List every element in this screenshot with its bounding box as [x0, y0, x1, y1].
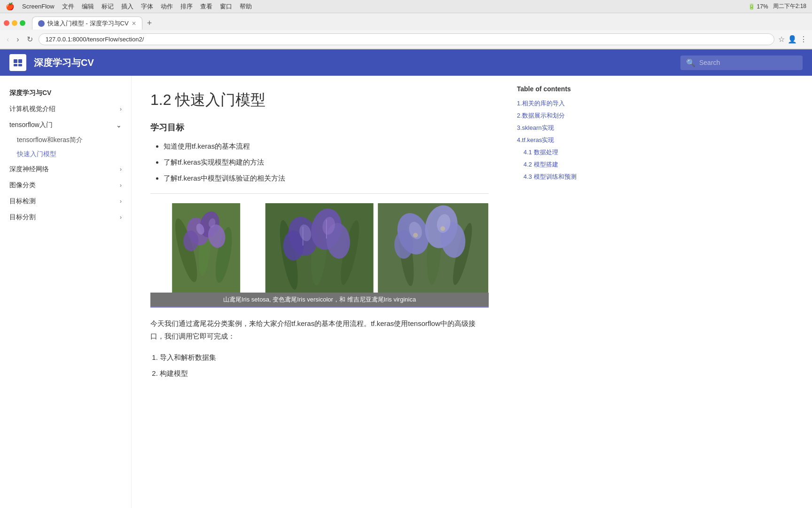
- address-bar[interactable]: [39, 33, 774, 45]
- search-box[interactable]: 🔍: [680, 56, 803, 70]
- sidebar-item-quickstart[interactable]: 快速入门模型: [0, 147, 131, 161]
- tab-title: 快速入门模型 - 深度学习与CV: [47, 19, 129, 28]
- iris-image-container: 山鸢尾Iris setosa, 变色鸢尾Iris versicolor，和 维吉…: [150, 203, 489, 308]
- mac-bar-right: 🔋 17% 周二下午2:18: [748, 2, 806, 10]
- svg-rect-3: [18, 64, 22, 66]
- menu-file[interactable]: 文件: [62, 2, 74, 11]
- toc-item-3[interactable]: 3.sklearn实现: [517, 124, 592, 132]
- content-divider: [150, 193, 489, 194]
- bullet-item-3: 了解tf.keras中模型训练验证的相关方法: [164, 173, 489, 184]
- search-input[interactable]: [699, 59, 797, 66]
- image-caption: 山鸢尾Iris setosa, 变色鸢尾Iris versicolor，和 维吉…: [150, 293, 489, 308]
- browser-nav-bar: ‹ › ↻ ☆ 👤 ⋮: [0, 30, 812, 49]
- sidebar-seg-label: 目标分割: [9, 213, 36, 222]
- sidebar-item-image-class[interactable]: 图像分类 ›: [0, 177, 131, 193]
- sidebar-detect-label: 目标检测: [9, 197, 36, 206]
- sidebar-keras-label: tensorflow和keras简介: [17, 136, 83, 143]
- maximize-window-btn[interactable]: [20, 20, 25, 26]
- mac-os-bar: 🍎 ScreenFlow 文件 编辑 标记 插入 字体 动作 排序 查看 窗口 …: [0, 0, 812, 13]
- minimize-window-btn[interactable]: [12, 20, 17, 26]
- step-item-2: 构建模型: [160, 368, 489, 379]
- iris-image-section: 山鸢尾Iris setosa, 变色鸢尾Iris versicolor，和 维吉…: [150, 203, 489, 308]
- browser-chrome: 快速入门模型 - 深度学习与CV ✕ + ‹ › ↻ ☆ 👤 ⋮: [0, 13, 812, 49]
- main-layout: 深度学习与CV 计算机视觉介绍 › tensorflow入门 ⌄ tensorf…: [0, 76, 812, 508]
- menu-edit[interactable]: 编辑: [82, 2, 94, 11]
- close-window-btn[interactable]: [4, 20, 9, 26]
- reload-button[interactable]: ↻: [25, 34, 35, 45]
- page-title: 1.2 快速入门模型: [150, 90, 489, 111]
- search-icon: 🔍: [686, 58, 695, 67]
- tab-bar: 快速入门模型 - 深度学习与CV ✕ +: [0, 13, 812, 30]
- main-content: 1.2 快速入门模型 学习目标 知道使用tf.keras的基本流程 了解tf.k…: [132, 76, 508, 508]
- sidebar-image-label: 图像分类: [9, 181, 36, 190]
- logo-icon: [13, 57, 23, 68]
- toc-item-4[interactable]: 4.tf.keras实现: [517, 136, 592, 144]
- tab-close-button[interactable]: ✕: [132, 20, 136, 27]
- sidebar-quickstart-label: 快速入门模型: [17, 150, 56, 158]
- svg-rect-0: [14, 59, 17, 63]
- mac-bar-left: 🍎 ScreenFlow 文件 编辑 标记 插入 字体 动作 排序 查看 窗口 …: [6, 2, 252, 11]
- menu-action[interactable]: 动作: [161, 2, 173, 11]
- bullet-item-1: 知道使用tf.keras的基本流程: [164, 141, 489, 152]
- table-of-contents: Table of contents 1.相关的库的导入 2.数据展示和划分 3.…: [508, 76, 601, 508]
- sidebar-item-object-detect[interactable]: 目标检测 ›: [0, 193, 131, 209]
- chevron-right-icon-3: ›: [120, 182, 122, 189]
- sidebar-item-tensorflow[interactable]: tensorflow入门 ⌄: [0, 117, 131, 133]
- svg-point-33: [394, 230, 413, 259]
- window-controls: [4, 20, 25, 26]
- sidebar-deep-nn-label: 深度神经网络: [9, 165, 49, 174]
- iris-virginica-image: [377, 203, 489, 293]
- sidebar-root-label: 深度学习与CV: [9, 89, 51, 97]
- sidebar-item-keras-intro[interactable]: tensorflow和keras简介: [0, 133, 131, 147]
- sidebar-item-deep-nn[interactable]: 深度神经网络 ›: [0, 161, 131, 177]
- sidebar: 深度学习与CV 计算机视觉介绍 › tensorflow入门 ⌄ tensorf…: [0, 76, 132, 508]
- back-button[interactable]: ‹: [5, 34, 11, 45]
- svg-rect-2: [14, 64, 17, 66]
- nav-right-buttons: ☆ 👤 ⋮: [778, 35, 807, 44]
- chevron-right-icon-4: ›: [120, 198, 122, 205]
- chevron-right-icon: ›: [120, 106, 122, 112]
- active-tab[interactable]: 快速入门模型 - 深度学习与CV ✕: [32, 16, 142, 30]
- step-item-1: 导入和解析数据集: [160, 352, 489, 363]
- toc-item-2[interactable]: 2.数据展示和划分: [517, 111, 592, 120]
- sidebar-item-segmentation[interactable]: 目标分割 ›: [0, 209, 131, 225]
- menu-insert[interactable]: 插入: [121, 2, 133, 11]
- sidebar-item-root[interactable]: 深度学习与CV: [0, 85, 131, 101]
- learning-goals-list: 知道使用tf.keras的基本流程 了解tf.keras实现模型构建的方法 了解…: [150, 141, 489, 184]
- chevron-down-icon: ⌄: [116, 121, 122, 129]
- bullet-item-2: 了解tf.keras实现模型构建的方法: [164, 157, 489, 168]
- menu-help[interactable]: 帮助: [240, 2, 252, 11]
- sidebar-item-cv[interactable]: 计算机视觉介绍 ›: [0, 101, 131, 117]
- sidebar-cv-label: 计算机视觉介绍: [9, 105, 55, 113]
- menu-sort[interactable]: 排序: [180, 2, 193, 11]
- toc-item-1[interactable]: 1.相关的库的导入: [517, 99, 592, 108]
- svg-point-11: [183, 230, 198, 251]
- chevron-right-icon-2: ›: [120, 166, 122, 173]
- new-tab-button[interactable]: +: [144, 18, 155, 28]
- site-header: 深度学习与CV 🔍: [0, 49, 812, 76]
- intro-paragraph: 今天我们通过鸢尾花分类案例，来给大家介绍tf.keras的基本使用流程。tf.k…: [150, 317, 489, 342]
- menu-button[interactable]: ⋮: [800, 35, 807, 44]
- sidebar-tf-label: tensorflow入门: [9, 121, 53, 129]
- app-name: ScreenFlow: [22, 3, 55, 10]
- menu-view[interactable]: 查看: [200, 2, 212, 11]
- tab-favicon: [38, 20, 45, 27]
- svg-rect-1: [18, 59, 22, 63]
- iris-setosa-image: [150, 203, 262, 293]
- iris-images-row: [150, 203, 489, 293]
- toc-sub-item-41[interactable]: 4.1 数据处理: [517, 148, 592, 157]
- menu-mark[interactable]: 标记: [102, 2, 114, 11]
- bookmark-button[interactable]: ☆: [778, 35, 785, 44]
- toc-sub-item-43[interactable]: 4.3 模型训练和预测: [517, 173, 592, 181]
- apple-icon[interactable]: 🍎: [6, 2, 15, 11]
- toc-sub-item-42[interactable]: 4.2 模型搭建: [517, 160, 592, 169]
- forward-button[interactable]: ›: [15, 34, 21, 45]
- menu-font[interactable]: 字体: [141, 2, 153, 11]
- site-logo[interactable]: [9, 54, 26, 71]
- menu-window[interactable]: 窗口: [220, 2, 232, 11]
- battery-status: 🔋 17%: [748, 3, 768, 10]
- steps-list: 导入和解析数据集 构建模型: [150, 352, 489, 379]
- chevron-right-icon-5: ›: [120, 214, 122, 221]
- account-button[interactable]: 👤: [788, 35, 797, 44]
- iris-versicolor-image: [264, 203, 375, 293]
